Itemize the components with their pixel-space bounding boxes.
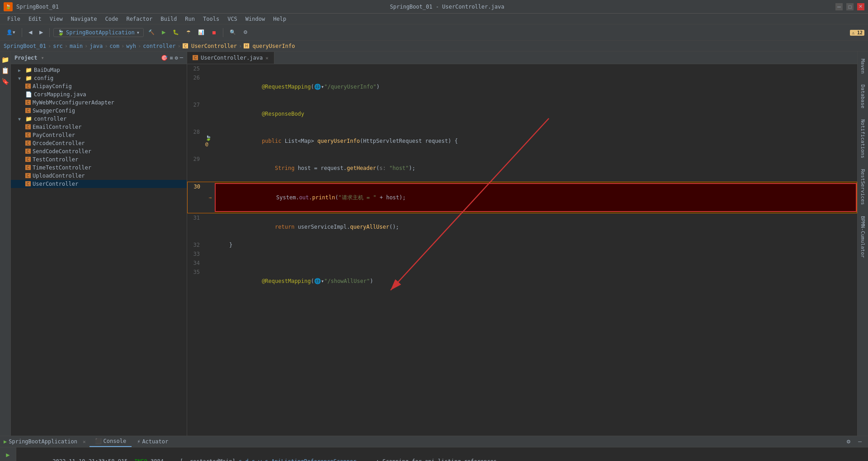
menu-run[interactable]: Run xyxy=(181,15,198,23)
window-controls: ─ □ ✕ xyxy=(835,3,864,10)
tree-item-alipayconfig[interactable]: 🅲 AlipayConfig xyxy=(11,82,187,90)
run-tab-console[interactable]: ⬛Console xyxy=(90,436,132,447)
menu-edit[interactable]: Edit xyxy=(25,15,45,23)
menu-bar: File Edit View Navigate Code Refactor Bu… xyxy=(0,14,868,24)
stop-button[interactable]: ⏹ xyxy=(209,28,219,37)
menu-window[interactable]: Window xyxy=(242,15,269,23)
console-area: 2022-11-19 21:33:58.915 INFO 3884 --- [ … xyxy=(16,447,868,461)
menu-file[interactable]: File xyxy=(4,15,24,23)
settings-icon[interactable]: ⚙ xyxy=(175,55,178,61)
breadcrumb-method[interactable]: 🅼 queryUserInfo xyxy=(244,43,295,49)
code-line-31: 31 return userServiceImpl.queryAllUser()… xyxy=(187,213,857,240)
coverage-button[interactable]: ☂ xyxy=(184,28,193,37)
tree-item-mywebmvc[interactable]: 🅲 MyWebMvcConfigurerAdapter xyxy=(11,99,187,107)
code-line-30: 30 → System.out.println("请求主机 = " + host… xyxy=(187,182,857,213)
minimize-button[interactable]: ─ xyxy=(835,3,843,10)
console-content[interactable]: 2022-11-19 21:33:58.915 INFO 3884 --- [ … xyxy=(16,447,868,461)
gutter-icon-28: 🍃@ xyxy=(205,135,214,147)
code-line-27: 27 @ResponseBody xyxy=(187,100,857,127)
locate-icon[interactable]: 🎯 xyxy=(161,55,168,61)
run-settings-btn[interactable]: ⚙ xyxy=(844,437,854,446)
run-icon: ▶ xyxy=(4,438,7,445)
app-logo: 🍃 xyxy=(4,2,13,11)
tree-item-testcontroller[interactable]: 🅲 TestController xyxy=(11,155,187,164)
menu-view[interactable]: View xyxy=(46,15,66,23)
search-button[interactable]: 🔍 xyxy=(227,28,239,37)
title-bar: 🍃 SpringBoot_01 SpringBoot_01 - UserCont… xyxy=(0,0,868,14)
run-toolbar: ▶ ↺ ⏹ ↑ ↓ 📷 ⚙ ⊞ 🖨 xyxy=(0,447,16,461)
breadcrumb-java[interactable]: java xyxy=(90,43,103,49)
code-line-25: 25 xyxy=(187,64,857,73)
tree-item-usercontroller[interactable]: 🅲 UserController xyxy=(11,180,187,188)
menu-code[interactable]: Code xyxy=(102,15,122,23)
project-title: Project xyxy=(14,55,38,61)
sidebar-icon-2[interactable]: 📋 xyxy=(1,66,10,75)
menu-tools[interactable]: Tools xyxy=(199,15,223,23)
breadcrumb-usercontroller[interactable]: 🅲 UserController xyxy=(183,43,237,49)
sidebar-tab-bpmn[interactable]: BPMN-Cumulator xyxy=(858,212,868,262)
profile-button[interactable]: 📊 xyxy=(195,28,207,37)
menu-navigate[interactable]: Navigate xyxy=(67,15,101,23)
sidebar-tab-notifications[interactable]: Notifications xyxy=(858,116,868,162)
sidebar-tab-restservices[interactable]: RestServices xyxy=(858,165,868,208)
main-layout: 📁 📋 🔖 Project ▾ 🎯 ≡ ⚙ ─ ▶ 📁 BaiDuMap xyxy=(0,52,868,436)
tree-item-config[interactable]: ▼ 📁 config xyxy=(11,74,187,82)
tab-close-button[interactable]: ✕ xyxy=(265,55,269,61)
settings-button[interactable]: ⚙ xyxy=(241,28,250,37)
breadcrumb-com[interactable]: com xyxy=(109,43,119,49)
tab-icon: 🅲 xyxy=(193,55,198,61)
toolbar-back-btn[interactable]: ◀ xyxy=(26,28,35,37)
warning-badge: ⚠ 12 xyxy=(850,30,864,36)
sidebar-icon-1[interactable]: 📁 xyxy=(1,55,10,64)
debug-button[interactable]: 🐛 xyxy=(170,28,182,37)
left-sidebar-icons: 📁 📋 🔖 xyxy=(0,52,11,436)
breadcrumb-src[interactable]: src xyxy=(53,43,63,49)
build-button[interactable]: 🔨 xyxy=(146,28,157,37)
toolbar-project-btn[interactable]: 👤▾ xyxy=(4,28,18,37)
sidebar-tab-maven[interactable]: Maven xyxy=(858,55,868,77)
sidebar-tab-database[interactable]: Database xyxy=(858,81,868,112)
tree-item-sendcodecontroller[interactable]: 🅲 SendCodeController xyxy=(11,147,187,155)
bottom-panel: ▶ SpringBootApplication ✕ ⬛Console ⚡Actu… xyxy=(0,436,868,461)
breadcrumb: SpringBoot_01 › src › main › java › com … xyxy=(0,41,868,52)
toolbar-forward-btn[interactable]: ▶ xyxy=(37,28,46,37)
tree-item-emailcontroller[interactable]: 🅲 EmailController xyxy=(11,123,187,131)
tree-item-timetestcontroller[interactable]: 🅲 TimeTestController xyxy=(11,164,187,172)
menu-refactor[interactable]: Refactor xyxy=(123,15,156,23)
toolbar: 👤▾ ◀ ▶ 🍃 SpringBootApplication ▾ 🔨 ▶ 🐛 ☂… xyxy=(0,24,868,41)
collapse-icon[interactable]: ≡ xyxy=(170,55,173,61)
code-editor[interactable]: 25 26 @RequestMapping(🌐▾"/queryUserInfo"… xyxy=(187,64,857,436)
run-tab-close[interactable]: ✕ xyxy=(83,439,86,445)
menu-vcs[interactable]: VCS xyxy=(224,15,241,23)
right-sidebar: Maven Database Notifications RestService… xyxy=(857,52,868,436)
run-toolbar-wrapper: ▶ ↺ ⏹ ↑ ↓ 📷 ⚙ ⊞ 🖨 2022-11-19 21:33:58.91… xyxy=(0,447,868,461)
run-tab-actuator[interactable]: ⚡Actuator xyxy=(132,437,174,447)
code-line-33: 33 xyxy=(187,249,857,259)
hide-icon[interactable]: ─ xyxy=(180,55,183,61)
close-button[interactable]: ✕ xyxy=(857,3,864,10)
editor-tab-usercontroller[interactable]: 🅲 UserController.java ✕ xyxy=(187,52,274,64)
breadcrumb-springboot[interactable]: SpringBoot_01 xyxy=(4,43,46,49)
editor-area: 🅲 UserController.java ✕ 25 26 @RequestMa… xyxy=(187,52,857,436)
sidebar-icon-3[interactable]: 🔖 xyxy=(1,77,10,86)
breadcrumb-main[interactable]: main xyxy=(70,43,83,49)
breadcrumb-wyh[interactable]: wyh xyxy=(126,43,136,49)
tree-item-uploadcontroller[interactable]: 🅲 UploadController xyxy=(11,172,187,180)
tree-item-controller[interactable]: ▼ 📁 controller xyxy=(11,115,187,123)
breadcrumb-controller[interactable]: controller xyxy=(143,43,175,49)
tree-item-qrcodecontroller[interactable]: 🅲 QrcodeController xyxy=(11,139,187,147)
run-minimize-btn[interactable]: ─ xyxy=(855,437,864,446)
tree-item-swaggerconfig[interactable]: 🅲 SwaggerConfig xyxy=(11,107,187,115)
project-header-icons: 🎯 ≡ ⚙ ─ xyxy=(161,55,183,61)
tree-item-corsmapping[interactable]: 📄 CorsMapping.java xyxy=(11,90,187,99)
run-restart-btn[interactable]: ▶ xyxy=(3,449,14,460)
run-config-selector[interactable]: 🍃 SpringBootApplication ▾ xyxy=(53,28,144,37)
menu-build[interactable]: Build xyxy=(157,15,180,23)
run-button[interactable]: ▶ xyxy=(159,28,168,37)
menu-help[interactable]: Help xyxy=(269,15,290,23)
run-header-controls: ⚙ ─ xyxy=(844,437,864,446)
tree-item-paycontroller[interactable]: 🅲 PayController xyxy=(11,131,187,139)
maximize-button[interactable]: □ xyxy=(846,3,854,10)
run-config-arrow: ▾ xyxy=(137,29,140,36)
tree-item-baidumap[interactable]: ▶ 📁 BaiDuMap xyxy=(11,66,187,74)
